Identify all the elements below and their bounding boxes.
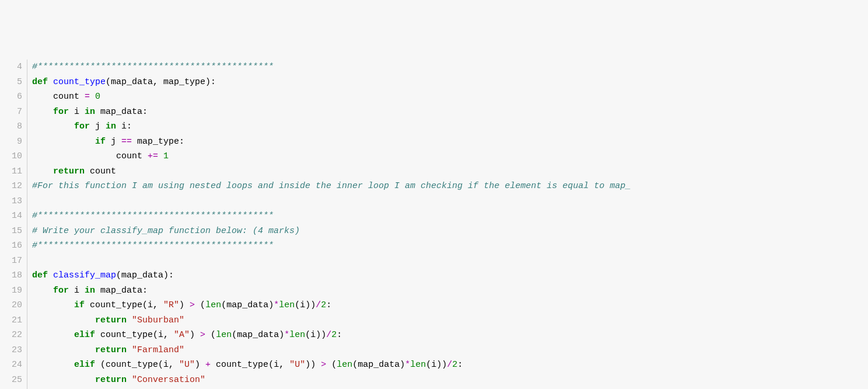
code-token [32,360,74,370]
code-line[interactable]: count += 1 [32,149,868,164]
code-token: (i)) [426,360,447,370]
code-line[interactable]: return "Farmland" [32,343,868,358]
code-token: + [205,360,211,370]
code-token: #***************************************… [32,241,274,251]
code-token: if [95,137,106,147]
code-token: (i)) [295,300,316,310]
code-line[interactable]: for i in map_data: [32,105,868,120]
code-line[interactable]: for i in map_data: [32,283,868,298]
code-line[interactable]: # Write your classify_map function below… [32,224,868,239]
code-token: ( [326,360,337,370]
code-token: def [32,77,53,87]
code-token: (map_data, map_type): [106,77,216,87]
code-token: "Farmland" [132,345,184,355]
code-line[interactable]: for j in i: [32,119,868,134]
code-line[interactable]: elif count_type(i, "A") > (len(map_data)… [32,328,868,343]
code-token: 2 [321,300,326,310]
line-number: 22 [0,328,22,343]
code-line[interactable]: if j == map_type: [32,134,868,150]
line-number: 15 [0,224,22,239]
line-number: 4 [0,60,22,75]
code-line[interactable] [32,194,868,209]
line-number: 23 [0,343,22,358]
code-token: elif [74,330,95,340]
code-token [90,92,95,102]
code-token [32,315,95,325]
code-token: += [148,151,158,161]
code-token: for [74,121,90,131]
line-number: 7 [0,105,22,120]
code-token: "Conversation" [132,375,205,385]
code-line[interactable]: if count_type(i, "R") > (len(map_data)*l… [32,298,868,313]
code-token [127,345,132,355]
line-number: 10 [0,149,22,164]
code-line[interactable]: #***************************************… [32,238,868,253]
line-number: 16 [0,238,22,253]
line-number: 20 [0,298,22,313]
code-token: : [457,360,463,370]
code-line[interactable]: #For this function I am using nested loo… [32,179,868,194]
code-token: in [85,107,95,117]
code-token: in [85,286,95,296]
code-token: #***************************************… [32,62,274,72]
code-line[interactable]: return "Conversation" [32,373,868,388]
code-token: (map_data) [352,360,405,370]
line-number: 19 [0,283,22,298]
code-token: (map_data) [232,330,284,340]
code-token: in [106,121,116,131]
code-token [127,375,132,385]
code-token [32,121,74,131]
code-token: ) [179,300,190,310]
code-line[interactable]: #***************************************… [32,60,868,75]
code-line[interactable]: def classify_map(map_data): [32,268,868,283]
code-token: ( [195,300,205,310]
code-token: "U" [289,360,305,370]
code-token: map_data: [95,286,148,296]
code-token: count [32,151,148,161]
code-line[interactable]: #***************************************… [32,209,868,224]
code-token: / [316,300,321,310]
code-token: count_type(i, [211,360,289,370]
code-token: len [216,330,232,340]
code-token: 2 [452,360,457,370]
code-line[interactable]: count = 0 [32,89,868,105]
code-token: ( [205,330,216,340]
code-token: "U" [179,360,195,370]
code-token: (count_type(i, [95,360,179,370]
code-area[interactable]: #***************************************… [27,60,868,389]
code-token: = [85,92,90,102]
code-line[interactable]: elif (count_type(i, "U") + count_type(i,… [32,357,868,373]
code-token: * [284,330,289,340]
line-number-gutter: 4567891011121314151617181920212223242526… [0,60,27,389]
code-token: len [205,300,221,310]
code-token: return [95,315,127,325]
code-token: 0 [95,92,100,102]
code-token: count [85,166,116,176]
code-token: 1 [163,151,169,161]
line-number: 24 [0,357,22,373]
code-token: > [190,300,195,310]
code-line[interactable] [32,253,868,269]
code-token: count_type(i, [95,330,174,340]
code-token [32,286,53,296]
code-token: / [326,330,331,340]
line-number: 8 [0,119,22,134]
code-token [127,315,132,325]
code-token: (map_data) [221,300,274,310]
code-token: count_type(i, [85,300,163,310]
code-token: map_type: [132,137,184,147]
code-token: i [69,107,85,117]
code-token [32,375,95,385]
code-line[interactable]: return count [32,164,868,179]
code-token [158,151,163,161]
code-token: "Suburban" [132,315,184,325]
code-line[interactable]: def count_type(map_data, map_type): [32,75,868,90]
code-token [32,345,95,355]
line-number: 17 [0,253,22,269]
code-token: )) [305,360,321,370]
line-number: 11 [0,164,22,179]
code-token: (i)) [305,330,326,340]
code-line[interactable]: return "Suburban" [32,313,868,328]
code-editor[interactable]: 4567891011121314151617181920212223242526… [0,60,868,389]
code-token: j [106,137,121,147]
